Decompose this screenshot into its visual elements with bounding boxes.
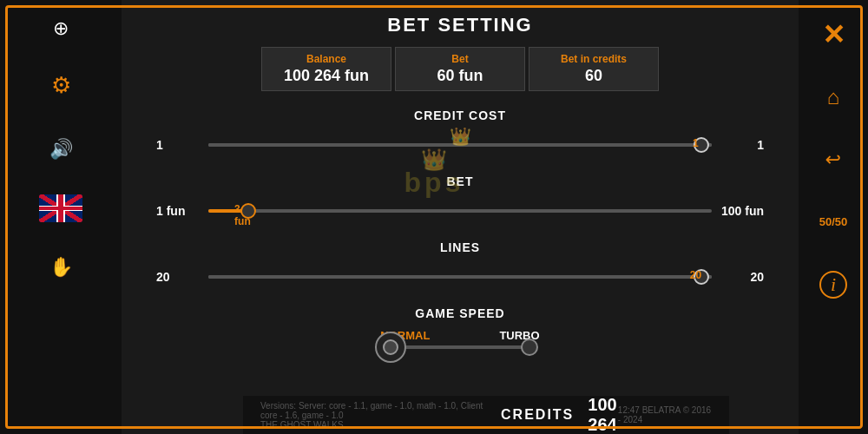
speed-labels: NORMAL TURBO	[156, 329, 764, 342]
home-icon: ⌂	[827, 85, 840, 109]
bet-track: 3 fun	[208, 209, 712, 213]
credit-cost-thumb[interactable]: 1	[694, 137, 709, 153]
lines-thumb[interactable]: 20	[694, 269, 709, 285]
time-belatra: 12:47 BELATRA © 2016 - 2024	[618, 405, 712, 424]
bet-current: 3 fun	[234, 203, 251, 227]
bet-value: 60 fun	[417, 67, 503, 85]
main-content: BET SETTING Balance 100 264 fun Bet 60 f…	[122, 0, 799, 434]
credit-cost-fill	[208, 143, 712, 147]
credits-label: CREDITS	[501, 407, 574, 423]
lines-slider-row: 20 20 20	[156, 261, 764, 293]
lines-title: LINES	[156, 240, 764, 254]
fifty-fifty-label: 50/50	[819, 215, 848, 229]
bet-thumb[interactable]: 3 fun	[240, 203, 256, 219]
bet-max: 100 fun	[720, 204, 764, 218]
info-button[interactable]: i	[814, 266, 852, 304]
hand-button[interactable]: ✋	[42, 248, 80, 286]
language-button[interactable]	[39, 194, 82, 222]
bet-section: BET 1 fun 3 fun 100 fun	[122, 169, 799, 235]
lines-section: LINES 20 20 20	[122, 235, 799, 301]
gear-icon: ⚙	[51, 72, 71, 99]
speed-thumb-normal[interactable]	[375, 332, 406, 363]
credit-cost-current: 1	[693, 137, 699, 149]
bet-slider[interactable]: 3 fun	[208, 195, 712, 227]
fifty-fifty-button[interactable]: 50/50	[814, 203, 852, 241]
bet-label: Bet	[417, 53, 503, 65]
speed-track	[391, 345, 529, 349]
credit-cost-min: 1	[156, 138, 200, 152]
bet-in-credits-box: Bet in credits 60	[529, 47, 659, 91]
speed-slider[interactable]	[373, 345, 547, 349]
credit-cost-title: CREDIT COST	[156, 108, 764, 122]
bet-in-credits-value: 60	[550, 67, 637, 85]
bet-section-title: BET	[156, 174, 764, 188]
balance-box: Balance 100 264 fun	[261, 47, 391, 91]
move-icon[interactable]: ⊕	[53, 17, 69, 40]
close-icon: ✕	[822, 18, 845, 51]
bet-box: Bet 60 fun	[395, 47, 525, 91]
bet-min: 1 fun	[156, 204, 200, 218]
lines-current: 20	[690, 269, 701, 281]
bet-in-credits-label: Bet in credits	[550, 53, 637, 65]
credit-cost-slider-row: 1 1 👑 1	[156, 129, 764, 161]
balance-value: 100 264 fun	[283, 67, 370, 85]
credits-display: CREDITS 100 264	[501, 395, 618, 434]
hand-icon: ✋	[49, 256, 73, 279]
info-icon: i	[819, 271, 847, 299]
right-sidebar: ✕ ⌂ ↪ 50/50 i	[799, 0, 868, 434]
credit-cost-slider[interactable]: 1 👑	[208, 129, 712, 161]
game-speed-section: GAME SPEED NORMAL TURBO	[122, 301, 799, 358]
speed-thumb-turbo[interactable]	[521, 339, 538, 356]
credit-cost-max: 1	[720, 138, 764, 152]
credits-value: 100 264	[588, 395, 618, 434]
balance-label: Balance	[283, 53, 370, 65]
uk-flag-icon	[39, 194, 82, 222]
bet-slider-row: 1 fun 3 fun 100 fun	[156, 195, 764, 227]
lines-fill	[208, 275, 712, 279]
game-name: THE GHOST WALKS	[260, 420, 501, 430]
sound-button[interactable]: 🔊	[42, 130, 80, 168]
close-button[interactable]: ✕	[814, 16, 852, 54]
sound-icon: 🔊	[49, 138, 73, 161]
share-icon: ↪	[825, 148, 841, 171]
lines-max: 20	[720, 270, 764, 284]
credit-cost-section: CREDIT COST 1 1 👑 1	[122, 103, 799, 169]
share-button[interactable]: ↪	[814, 141, 852, 179]
game-speed-title: GAME SPEED	[156, 306, 764, 320]
settings-button[interactable]: ⚙	[42, 66, 80, 104]
bottom-bar: Versions: Server: core - 1.1, game - 1.0…	[243, 396, 729, 434]
lines-track: 20	[208, 275, 712, 279]
lines-slider[interactable]: 20	[208, 261, 712, 293]
left-sidebar: ⊕ ⚙ 🔊 ✋	[0, 0, 122, 434]
speed-slider-wrapper	[156, 345, 764, 349]
page-title: BET SETTING	[122, 0, 799, 47]
credit-cost-track: 1 👑	[208, 143, 712, 147]
home-button[interactable]: ⌂	[814, 78, 852, 116]
version-text: Versions: Server: core - 1.1, game - 1.0…	[260, 401, 501, 420]
lines-min: 20	[156, 270, 200, 284]
stats-row: Balance 100 264 fun Bet 60 fun Bet in cr…	[122, 47, 799, 103]
